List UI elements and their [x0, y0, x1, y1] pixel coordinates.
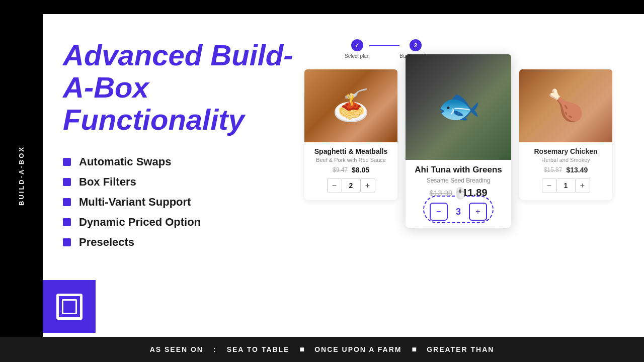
price-sale-chicken: $13.49 — [566, 166, 588, 174]
qty-value-chicken: 1 — [557, 178, 575, 193]
cursor-icon: 🖱️ — [453, 187, 467, 200]
feature-item: Automatic Swaps — [63, 155, 294, 168]
qty-decrease-featured-button[interactable]: − — [430, 203, 448, 221]
logo-icon — [56, 294, 83, 320]
feature-item: Dynamic Priced Option — [63, 216, 294, 229]
card-name-featured: Ahi Tuna with Greens — [412, 165, 505, 175]
qty-increase-featured-button[interactable]: + — [469, 203, 487, 221]
cards-row: Spaghetti & Meatballs Beef & Pork with R… — [304, 69, 612, 228]
qty-value-featured: 3 — [448, 203, 469, 221]
feature-item: Box Filters — [63, 175, 294, 189]
step-2-circle: 2 — [410, 39, 422, 51]
bottom-bar: AS SEEN ON : SEA TO TABLE ■ ONCE UPON A … — [0, 337, 644, 362]
price-row: $9.47 $8.05 — [310, 166, 391, 174]
card-chicken: Rosemary Chicken Herbal and Smokey $15.8… — [519, 69, 612, 200]
logo-box — [43, 280, 96, 333]
left-section: Advanced Build-A-Box Functionality Autom… — [63, 39, 304, 256]
card-desc-featured: Sesame Seed Breading — [412, 177, 505, 184]
price-original-chicken: $15.87 — [544, 166, 562, 173]
sidebar-label: BUILD-A-BOX — [18, 146, 25, 206]
price-sale: $8.05 — [352, 166, 369, 174]
bottom-bar-brand-3: GREATER THAN — [427, 345, 494, 353]
main-content: Advanced Build-A-Box Functionality Autom… — [43, 14, 644, 337]
sidebar: BUILD-A-BOX — [0, 14, 43, 337]
feature-item: Preselects — [63, 236, 294, 249]
qty-increase-button[interactable]: + — [360, 178, 375, 193]
card-name-chicken: Rosemary Chicken — [525, 147, 606, 155]
dot-separator-1: ■ — [300, 345, 305, 354]
card-tuna-featured: Ahi Tuna with Greens Sesame Seed Breadin… — [406, 54, 511, 228]
qty-control-featured: − 3 + — [416, 203, 501, 221]
price-row-chicken: $15.87 $13.49 — [525, 166, 606, 174]
qty-value: 2 — [342, 178, 360, 193]
step-1: ✓ Select plan — [345, 39, 369, 59]
card-body: Spaghetti & Meatballs Beef & Pork with R… — [304, 142, 397, 200]
qty-decrease-chicken-button[interactable]: − — [542, 178, 557, 193]
feature-list: Automatic Swaps Box Filters Multi-Varian… — [63, 155, 294, 249]
card-name: Spaghetti & Meatballs — [310, 147, 391, 155]
feature-item: Multi-Variant Support — [63, 196, 294, 209]
card-body-chicken: Rosemary Chicken Herbal and Smokey $15.8… — [519, 142, 612, 200]
step-line — [369, 45, 399, 46]
bottom-bar-separator: : — [213, 345, 217, 353]
card-desc: Beef & Pork with Red Sauce — [310, 157, 391, 163]
cards-section: ✓ Select plan 2 Build your box Spaghetti… — [304, 39, 644, 228]
qty-control: − 2 + — [314, 178, 387, 193]
bottom-bar-brand-2: ONCE UPON A FARM — [314, 345, 401, 353]
food-image-tuna — [406, 54, 511, 160]
price-original-featured: $13.99 — [429, 189, 452, 197]
qty-control-chicken: − 1 + — [529, 178, 602, 193]
price-original: $9.47 — [333, 166, 348, 173]
bottom-bar-prefix: AS SEEN ON — [150, 345, 203, 353]
card-desc-chicken: Herbal and Smokey — [525, 157, 606, 163]
card-spaghetti: Spaghetti & Meatballs Beef & Pork with R… — [304, 69, 397, 200]
top-bar — [0, 0, 644, 14]
step-1-circle: ✓ — [351, 39, 363, 51]
dot-separator-2: ■ — [412, 345, 417, 354]
qty-decrease-button[interactable]: − — [327, 178, 342, 193]
qty-increase-chicken-button[interactable]: + — [575, 178, 590, 193]
bottom-bar-brand-1: SEA TO TABLE — [227, 345, 290, 353]
food-image-spaghetti — [304, 69, 397, 142]
food-image-chicken — [519, 69, 612, 142]
page-title: Advanced Build-A-Box Functionality — [63, 39, 294, 135]
